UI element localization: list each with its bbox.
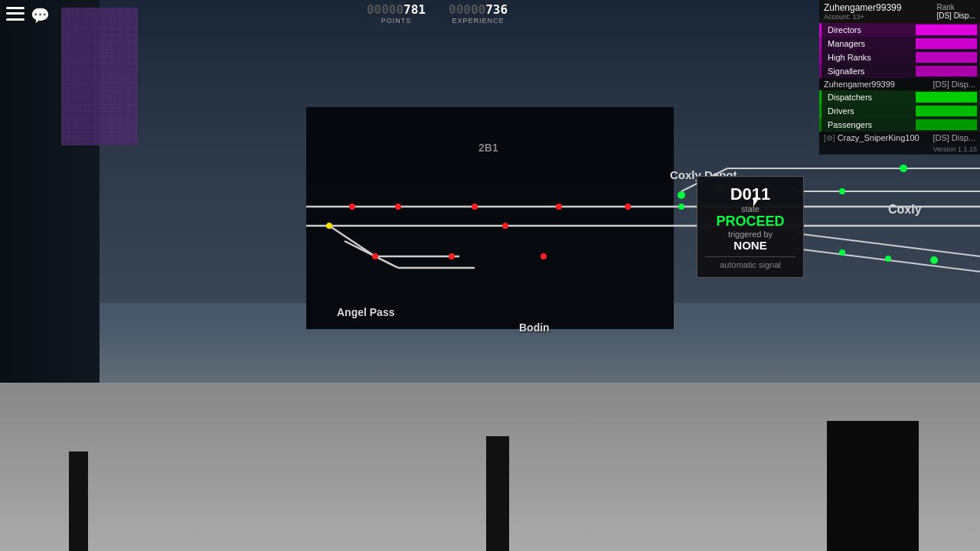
rank-managers: Managers [819,37,980,51]
rank-highranks: High Ranks [819,51,980,64]
svg-point-17 [541,253,547,259]
highranks-bar [916,52,977,63]
player-header: Zuhengamer99399 Account: 13+ Rank [DS] D… [819,0,980,23]
svg-point-20 [678,204,684,210]
player-entry-1: Zuhengamer99399 [DS] Disp... [819,78,980,90]
svg-point-11 [556,204,562,210]
structure-center [486,436,509,551]
signal-state-value: PROCEED [705,214,795,230]
signal-state-label: state [705,204,795,214]
account-label: Account: 13+ [824,13,901,21]
svg-point-15 [449,253,455,259]
managers-bar [916,38,977,49]
player1-name: Zuhengamer99399 [824,80,895,89]
svg-point-29 [930,256,938,264]
svg-point-14 [372,253,378,259]
passengers-bar [916,119,977,130]
experience-stat: 00000736 EXPERIENCE [449,2,508,24]
signal-id: D011 [705,184,795,204]
svg-point-12 [625,204,631,210]
svg-point-18 [678,191,685,199]
dispatchers-bar [916,92,977,103]
managers-label: Managers [825,39,916,48]
signallers-bar [916,66,977,77]
rank-passengers: Passengers [819,118,980,132]
rank-value: [DS] Disp... [936,11,975,20]
player-entry-2: [⚙] Crazy_SniperKing100 [DS] Disp... [819,132,980,144]
player2-name: [⚙] Crazy_SniperKing100 [824,133,920,142]
svg-point-8 [349,204,355,210]
points-value: 00000781 [367,2,426,17]
building-left [61,8,138,145]
chat-icon[interactable] [31,6,49,21]
rank-directors: Directors [819,23,980,37]
player1-role: [DS] Disp... [933,80,975,89]
svg-line-2 [329,226,375,256]
svg-point-25 [839,188,845,194]
structure-right [827,421,919,551]
directors-bar [916,24,977,35]
svg-point-16 [502,223,508,229]
dispatchers-label: Dispatchers [825,93,916,102]
signal-auto-label: automatic signal [705,256,795,269]
svg-point-13 [326,223,332,229]
exp-value: 00000736 [449,2,508,17]
passengers-label: Passengers [825,120,916,129]
points-label: POINTS [381,17,412,24]
rank-drivers: Drivers [819,104,980,118]
player2-role: [DS] Disp... [933,133,975,142]
drivers-label: Drivers [825,106,916,116]
right-player-panel: Zuhengamer99399 Account: 13+ Rank [DS] D… [819,0,980,155]
directors-label: Directors [825,25,916,34]
menu-icon[interactable] [6,7,24,21]
svg-point-26 [900,165,907,172]
structure-left [69,452,88,551]
svg-point-27 [839,249,845,256]
version-label: Version 1.1.15 [819,144,980,155]
rank-dispatchers: Dispatchers [819,90,980,104]
svg-point-10 [472,204,478,210]
highranks-label: High Ranks [825,53,916,62]
signal-triggered-label: triggered by [705,230,795,239]
signal-triggered-value: NONE [705,239,795,252]
hud-left-controls [0,3,55,24]
exp-label: EXPERIENCE [452,17,505,24]
signal-popup: D011 state PROCEED triggered by NONE aut… [697,176,804,278]
drivers-bar [916,106,977,116]
signallers-label: Signallers [825,67,916,76]
player-username: Zuhengamer99399 [824,2,901,13]
svg-line-4 [345,241,398,268]
rank-signallers: Signallers [819,64,980,78]
svg-point-28 [885,256,891,262]
hud-center-stats: 00000781 POINTS 00000736 EXPERIENCE [367,2,508,24]
svg-point-9 [395,204,401,210]
points-stat: 00000781 POINTS [367,2,426,24]
rank-label: Rank [936,3,975,11]
